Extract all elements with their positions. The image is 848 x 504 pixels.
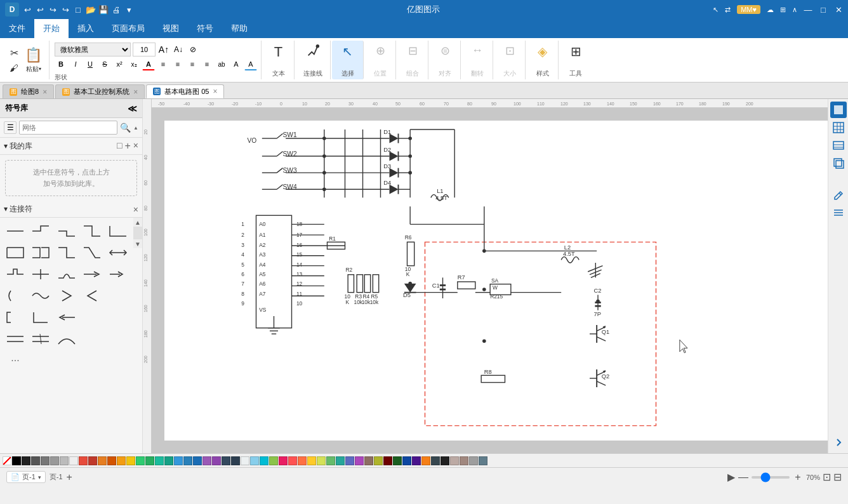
- shape-elbow2[interactable]: [55, 222, 78, 241]
- menu-start[interactable]: 开始: [34, 19, 69, 38]
- connector-section-header[interactable]: ▾ 连接符 ×: [0, 201, 142, 218]
- paste-btn[interactable]: 📋 粘贴▾: [22, 45, 45, 76]
- shape-zigzag[interactable]: [81, 243, 103, 262]
- color-tan[interactable]: [460, 456, 468, 465]
- color-warm-gray[interactable]: [469, 456, 478, 465]
- shape-left-arrow2[interactable]: [55, 308, 78, 327]
- tab-circuit[interactable]: 图 基本电路图 05 ×: [146, 84, 224, 98]
- my-lib-export-btn[interactable]: □: [117, 140, 122, 152]
- zoom-slider[interactable]: [752, 476, 790, 479]
- color-blue-gray[interactable]: [479, 456, 487, 465]
- color-gray[interactable]: [31, 456, 40, 465]
- text-direction-btn[interactable]: A: [230, 58, 242, 70]
- page-selector[interactable]: 📄 页-1 ▾: [6, 471, 46, 483]
- color-gold[interactable]: [421, 456, 430, 465]
- shape-step2[interactable]: [107, 222, 129, 241]
- zoom-out-btn[interactable]: —: [738, 472, 749, 483]
- collab-btn[interactable]: ⇄: [725, 6, 731, 14]
- page-dropdown-icon[interactable]: ▾: [38, 474, 41, 481]
- color-blue1[interactable]: [174, 456, 183, 465]
- menu-view[interactable]: 视图: [154, 19, 188, 38]
- style-btn[interactable]: ◈: [531, 42, 554, 61]
- color-teal1[interactable]: [155, 456, 164, 465]
- tab-drawing8[interactable]: 图 绘图8 ×: [3, 84, 54, 98]
- color-green2[interactable]: [145, 456, 154, 465]
- font-decrease-btn[interactable]: A↓: [172, 43, 185, 56]
- shape-bracket2[interactable]: [4, 308, 27, 327]
- color-plum[interactable]: [412, 456, 421, 465]
- collapse-btn[interactable]: ∧: [792, 6, 797, 14]
- select-btn[interactable]: ↖: [336, 42, 359, 61]
- color-yellow2[interactable]: [126, 456, 135, 465]
- color-steel[interactable]: [431, 456, 440, 465]
- text-color2-btn[interactable]: A: [244, 58, 257, 70]
- color-swatch-transparent[interactable]: [3, 456, 11, 465]
- menu-symbol[interactable]: 符号: [188, 19, 222, 38]
- shape-panel-btn[interactable]: [830, 102, 847, 118]
- undo2-btn[interactable]: ↩: [36, 5, 44, 14]
- menu-file[interactable]: 文件: [0, 19, 34, 38]
- color-silver[interactable]: [60, 456, 69, 465]
- canvas-area[interactable]: -50 -40 -30 -20 -10 0 10 20 30 40 50 60 …: [143, 99, 828, 453]
- color-light-gray[interactable]: [50, 456, 59, 465]
- justify-btn[interactable]: ≡: [201, 58, 213, 70]
- align-left-btn[interactable]: ≡: [157, 58, 169, 70]
- maximize-btn[interactable]: □: [819, 5, 828, 14]
- my-lib-close-btn[interactable]: ×: [133, 140, 138, 152]
- menu-page-layout[interactable]: 页面布局: [103, 19, 154, 38]
- cut-btn[interactable]: ✂: [8, 46, 20, 60]
- color-teal3[interactable]: [336, 456, 345, 465]
- text-btn[interactable]: T: [267, 42, 290, 62]
- shape-bracket1[interactable]: [29, 243, 52, 262]
- shape-small-arrow[interactable]: [107, 265, 129, 284]
- color-brown[interactable]: [364, 456, 373, 465]
- color-dark-gray[interactable]: [22, 456, 30, 465]
- minimize-btn[interactable]: —: [804, 5, 812, 14]
- strikethrough-btn[interactable]: S: [98, 58, 111, 70]
- play-btn[interactable]: ▶: [727, 471, 735, 483]
- list-btn[interactable]: ab: [215, 58, 228, 70]
- connector-btn[interactable]: [301, 42, 324, 60]
- scroll-down-btn[interactable]: ▼: [133, 239, 142, 248]
- color-lime2[interactable]: [317, 456, 326, 465]
- color-red1[interactable]: [79, 456, 88, 465]
- sidebar-scroll-up[interactable]: ▲: [133, 125, 138, 131]
- zoom-in-btn[interactable]: +: [792, 472, 804, 483]
- close-btn[interactable]: ✕: [834, 5, 843, 14]
- redo-btn[interactable]: ↪: [48, 5, 57, 14]
- color-charcoal[interactable]: [441, 456, 449, 465]
- shape-t-shape[interactable]: [29, 265, 52, 284]
- tools-btn[interactable]: ⊞: [564, 42, 587, 61]
- color-blue2[interactable]: [183, 456, 192, 465]
- redo2-btn[interactable]: ↪: [61, 5, 70, 14]
- save-file-btn[interactable]: 💾: [99, 5, 108, 14]
- color-white[interactable]: [69, 456, 78, 465]
- color-blue3[interactable]: [193, 456, 202, 465]
- font-size-input[interactable]: [133, 43, 156, 56]
- shape-double-line[interactable]: [4, 329, 27, 348]
- copy-format-btn[interactable]: 🖌: [8, 62, 20, 74]
- subscript-btn[interactable]: x₂: [128, 58, 140, 70]
- color-violet[interactable]: [355, 456, 364, 465]
- color-lime[interactable]: [269, 456, 278, 465]
- layers-panel-btn[interactable]: [830, 137, 847, 154]
- add-page-btn[interactable]: +: [67, 472, 72, 483]
- shape-step1[interactable]: [81, 222, 103, 241]
- shape-double-arrow[interactable]: [107, 243, 129, 262]
- print-btn[interactable]: 🖨: [112, 5, 121, 14]
- apps-btn[interactable]: ⊞: [780, 6, 786, 14]
- color-yellow1[interactable]: [117, 456, 126, 465]
- color-pink[interactable]: [279, 456, 288, 465]
- open-file-btn[interactable]: 📂: [86, 5, 95, 14]
- color-mid-gray[interactable]: [41, 456, 50, 465]
- shape-bump[interactable]: [55, 265, 78, 284]
- shape-arrow-right[interactable]: [81, 265, 103, 284]
- color-amber[interactable]: [307, 456, 316, 465]
- sidebar-collapse-btn[interactable]: ≪: [128, 103, 137, 114]
- color-sand[interactable]: [450, 456, 459, 465]
- more-btn[interactable]: ▾: [124, 5, 133, 14]
- menu-help[interactable]: 帮助: [222, 19, 256, 38]
- library-menu-btn[interactable]: ☰: [4, 121, 17, 134]
- shape-elbow1[interactable]: [29, 222, 52, 241]
- tab-circuit-close[interactable]: ×: [213, 87, 217, 96]
